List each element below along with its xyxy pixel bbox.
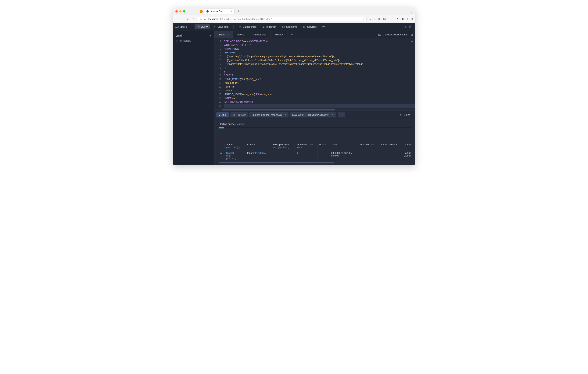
reader-icon[interactable]: ▤ [383,17,386,21]
home-button[interactable]: ⌂ [192,17,195,21]
svg-rect-6 [303,26,305,27]
pocket-icon[interactable]: ⌄ [369,17,371,21]
forward-button[interactable]: → [181,17,184,21]
editor-hscrollbar[interactable] [214,109,415,111]
datasources-icon [239,26,241,28]
browser-tab-title: Apache Druid [210,10,224,13]
main-panel: Ingest × Events CumeSales MinMax + Conne… [214,31,415,165]
back-button[interactable]: ← [175,17,178,21]
services-icon [303,26,305,28]
sidebar-header[interactable]: druid ▲▼ [174,33,213,38]
cell-rate: 0 [294,150,317,161]
close-tab-icon[interactable]: × [231,10,232,13]
code-area[interactable]: REPLACE INTO "events" OVERWRITE ALLWITH … [223,38,415,109]
scrollbar-thumb[interactable] [219,162,334,163]
reload-button[interactable]: ⟳ [186,17,189,21]
new-tab-button[interactable]: + [236,10,241,13]
cell-workers [358,150,378,161]
svg-rect-1 [197,26,199,28]
tab-minmax[interactable]: MinMax [271,31,288,38]
run-label: Run [222,114,227,116]
cancel-link[interactable]: (cancel) [236,123,245,125]
svg-point-2 [239,26,241,27]
browser-tab[interactable]: Apache Druid × [204,9,234,14]
svg-rect-11 [180,40,182,42]
editor-menu-icon[interactable]: ≡ [411,40,413,43]
tab-label: Ingest [219,33,225,36]
import-button[interactable] [409,33,415,36]
nav-label: Datasources [243,25,256,28]
nav-ingestion[interactable]: Ingestion [260,24,279,29]
cell-cluster: Partition by Cluster by: [402,150,411,161]
help-icon: ? [409,25,412,28]
chevron-down-icon: ▼ [332,114,334,116]
connect-external-data-button[interactable]: Connect external data [376,33,409,36]
nav-query[interactable]: Query [195,24,210,29]
ublock-icon[interactable]: ⛨ [396,17,399,21]
cell-phase [317,150,329,161]
ext1-icon[interactable]: ⋮⋮ [388,17,394,21]
col-header: Timing [329,142,358,150]
bookmark-star-icon[interactable]: ☆ [362,18,365,21]
shield-icon: ⛉ [200,18,202,21]
ingestion-icon [262,26,265,28]
cell-timing: 2023-03-26 16:10:55 0:00:04 [329,150,358,161]
nav-load-data[interactable]: Load data [211,24,231,29]
titlebar: Apache Druid × + ⌄ [173,8,415,15]
url-input[interactable]: ⛉ ▭ localhost:8888/unified-console.html#… [198,17,367,21]
sort-icon[interactable]: ▲▼ [209,34,211,37]
help-button[interactable]: ? [409,25,413,28]
cell-rows [271,150,294,161]
tab-dropdown-icon[interactable]: ⌄ [410,10,413,13]
svg-rect-3 [283,26,283,28]
col-header: Processing raterows/s [294,142,317,150]
tab-events[interactable]: Events [233,31,249,38]
nav-services[interactable]: Services [301,24,319,29]
chevron-down-icon: ▼ [284,114,286,116]
downloads-icon[interactable]: ↓ [374,17,376,21]
counter-link[interactable]: http external [253,152,266,154]
import-icon [411,33,413,36]
ext3-icon[interactable]: ◐ [402,17,404,21]
add-tab-button[interactable]: + [288,32,296,37]
tab-label: MinMax [275,33,284,36]
tab-ingest[interactable]: Ingest × [214,31,233,38]
status-text: Starting query... [219,123,236,125]
nav-more[interactable]: ••• [320,24,327,29]
gear-icon [404,25,407,28]
logo[interactable]: druid [175,25,187,29]
settings-button[interactable] [404,25,408,28]
run-button[interactable]: ▶ Run [216,112,229,118]
dismiss-timer-icon[interactable]: × [412,113,413,117]
close-tab-icon[interactable]: × [227,33,229,36]
engine-select[interactable]: Engine: auto (sql-msq-task) ▼ [249,112,289,118]
elapsed-value: 5.52s [404,114,410,116]
caret-right-icon: ▶ [177,40,178,42]
nav-label: Load data [218,25,229,28]
sql-editor[interactable]: ≡ 123456789101112131415161718 REPLACE IN… [214,38,415,109]
app-menu-icon[interactable]: ≡ [411,17,413,21]
library-icon[interactable]: ▥ [378,17,381,21]
max-tasks-select[interactable]: Max tasks: 2 (full cluster capacity) ▼ [290,112,336,118]
expand-row-icon[interactable]: ▶ [219,150,224,161]
more-options-button[interactable]: ••• [337,112,345,118]
sidebar: druid ▲▼ ▶ events [173,31,214,165]
engine-label: Engine: auto (sql-msq-task) [252,114,282,116]
query-icon [197,26,200,28]
preview-button[interactable]: Preview [230,112,248,118]
nav-label: Segments [286,25,297,28]
minimize-window-button[interactable] [179,10,181,12]
browser-window: Apache Druid × + ⌄ ← → ⟳ ⌂ ⛉ ▭ localhost… [173,8,415,165]
stage-hscrollbar[interactable] [219,162,411,163]
maximize-window-button[interactable] [183,10,185,12]
close-window-button[interactable] [175,10,178,12]
nav-segments[interactable]: Segments [280,24,300,29]
eye-icon [233,114,235,116]
tab-cumesales[interactable]: CumeSales [249,31,271,38]
nav-datasources[interactable]: Datasources [236,24,259,29]
elapsed-timer: 5.52s × [400,113,413,117]
scrollbar-thumb[interactable] [222,109,335,110]
svg-rect-7 [303,27,305,28]
extensions-icon[interactable]: ✧ [407,17,409,21]
tree-item-events[interactable]: ▶ events [174,38,213,43]
